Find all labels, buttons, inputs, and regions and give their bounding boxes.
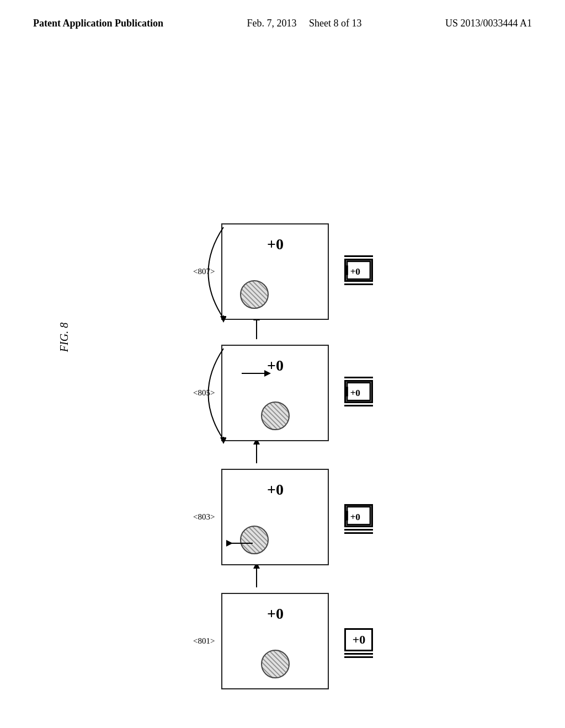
page-header: Patent Application Publication Feb. 7, 2… (0, 0, 565, 30)
circle-801 (261, 650, 290, 678)
svg-text:0: 0 (356, 387, 361, 398)
rsym-line-bottom2-801 (344, 656, 373, 658)
arrow-801-803 (251, 563, 262, 590)
rsym-line-bottom2-803 (344, 532, 373, 534)
right-symbol-801: +0 (344, 625, 373, 658)
header-center: Feb. 7, 2013 Sheet 8 of 13 (247, 17, 362, 30)
inner-arrow-803 (225, 538, 255, 549)
patent-number: US 2013/0033444 A1 (445, 18, 532, 29)
svg-text:+: + (350, 266, 356, 276)
right-symbol-807: 0 + (344, 255, 373, 288)
right-symbol-805: 0 + (344, 377, 373, 410)
figure-label: FIG. 8 (58, 323, 71, 352)
frame-805: <805> +0 (193, 345, 373, 441)
loop-arrow-807 (190, 222, 226, 324)
arrow-803-805 (251, 438, 262, 466)
publication-label: Patent Application Publication (33, 18, 163, 29)
rsym-line-top-805 (344, 377, 373, 378)
box-label-801: +0 (267, 605, 284, 623)
rsym-line-bottom-807 (344, 283, 373, 285)
frame-807: <807> +0 (193, 223, 373, 320)
circle-805 (261, 402, 290, 430)
rsym-icon-805: 0 + (344, 380, 373, 403)
loop-arrow-805 (190, 343, 226, 445)
box-803: +0 (221, 469, 329, 565)
rsym-line-bottom-801 (344, 653, 373, 655)
rsym-icon-803: 0 + (344, 504, 373, 527)
box-label-807: +0 (267, 235, 284, 253)
svg-text:+: + (350, 387, 356, 398)
rsym-line-bottom-803 (344, 529, 373, 531)
date-label: Feb. 7, 2013 (247, 18, 297, 29)
sheet-label: Sheet 8 of 13 (309, 18, 361, 29)
box-label-803: +0 (267, 481, 284, 499)
inner-arrow-805 (239, 368, 272, 379)
frame-label-801: <801> (193, 636, 215, 646)
frame-803: <803> +0 0 (193, 469, 373, 565)
rsym-line-top-807 (344, 255, 373, 257)
rsym-icon-807: 0 + (344, 259, 373, 282)
header-left: Patent Application Publication (33, 17, 163, 30)
frame-label-803: <803> (193, 512, 215, 522)
box-807: +0 (221, 223, 329, 320)
rsym-icon-801: +0 (344, 628, 373, 651)
frame-801: <801> +0 +0 (193, 593, 373, 689)
svg-text:0: 0 (356, 266, 361, 276)
svg-text:+: + (350, 511, 356, 522)
rsym-line-bottom-805 (344, 405, 373, 406)
circle-807 (240, 280, 269, 309)
diagram-area: <801> +0 +0 <803> +0 (88, 77, 537, 706)
svg-text:0: 0 (356, 511, 361, 522)
header-right: US 2013/0033444 A1 (445, 17, 532, 30)
box-801: +0 (221, 593, 329, 689)
box-805: +0 (221, 345, 329, 441)
right-symbol-803: 0 + (344, 501, 373, 534)
